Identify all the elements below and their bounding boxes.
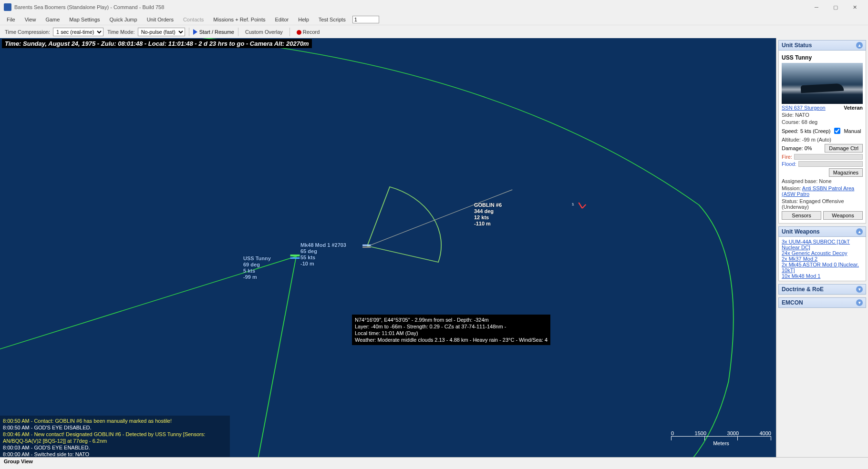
- torpedo-label[interactable]: Mk48 Mod 1 #270365 deg55 kts-10 m: [300, 242, 346, 267]
- menu-missions[interactable]: Missions + Ref. Points: [208, 17, 270, 22]
- sensors-button[interactable]: Sensors: [782, 211, 821, 220]
- menu-unitorders[interactable]: Unit Orders: [142, 17, 178, 22]
- weapon-link[interactable]: 10x Mk48 Mod 1: [782, 273, 863, 279]
- menubar: File View Game Map Settings Quick Jump U…: [0, 14, 868, 25]
- weapon-link[interactable]: 24x Generic Acoustic Decoy: [782, 250, 863, 256]
- testscripts-spinner[interactable]: 1: [352, 16, 379, 23]
- record-icon: [297, 30, 301, 35]
- svg-rect-3: [290, 255, 300, 256]
- menu-editor[interactable]: Editor: [270, 17, 293, 22]
- proficiency: Veteran: [844, 105, 863, 111]
- menu-testscripts[interactable]: Test Scripts: [314, 17, 351, 22]
- chevron-down-icon: ▾: [856, 286, 863, 293]
- chevron-up-icon: ▴: [856, 228, 863, 235]
- app-icon: [4, 3, 11, 11]
- status-bar: Group View: [0, 457, 868, 469]
- svg-rect-4: [290, 257, 300, 259]
- sidebar: Unit Status▴ USS Tunny SSN 637 Sturgeon …: [776, 38, 868, 459]
- emcon-header[interactable]: EMCON▾: [778, 297, 866, 308]
- weapon-link[interactable]: 2x Mk45 ASTOR Mod 0 [Nuclear, 10kT]: [782, 262, 863, 273]
- weapon-link[interactable]: 2x Mk37 Mod 2: [782, 256, 863, 262]
- doctrine-roe-header[interactable]: Doctrine & RoE▾: [778, 284, 866, 295]
- speed-value: 5 kts (Creep): [800, 128, 831, 134]
- message-log[interactable]: 8:00:50 AM - Contact: GOBLIN #6 has been…: [0, 416, 230, 459]
- menu-file[interactable]: File: [2, 17, 20, 22]
- damage-value: 0%: [805, 145, 812, 151]
- base-value: None: [819, 178, 831, 184]
- close-button[interactable]: ✕: [845, 0, 864, 14]
- svg-rect-5: [362, 245, 371, 246]
- unit-status-header[interactable]: Unit Status▴: [778, 40, 866, 51]
- own-unit-label[interactable]: USS Tunny69 deg5 kts-99 m: [243, 255, 271, 280]
- cursor-info: N74°16'09", E44°53'05" - 2.99nm from sel…: [352, 315, 550, 345]
- damage-ctrl-button[interactable]: Damage Ctrl: [825, 144, 863, 153]
- toolbar: Time Compression: 1 sec (real-time) Time…: [0, 25, 868, 39]
- manual-speed-checkbox[interactable]: [834, 128, 840, 134]
- menu-contacts[interactable]: Contacts: [178, 17, 208, 22]
- time-overlay: Time: Sunday, August 24, 1975 - Zulu: 08…: [2, 39, 312, 48]
- log-entry: 8:00:50 AM - GOD'S EYE DISABLED.: [3, 424, 227, 431]
- time-compression-select[interactable]: 1 sec (real-time): [53, 28, 103, 36]
- unit-name: USS Tunny: [782, 52, 863, 63]
- svg-line-8: [582, 204, 586, 208]
- time-mode-label: Time Mode:: [107, 29, 135, 35]
- time-mode-select[interactable]: No-pulse (fast): [138, 28, 185, 36]
- unit-image: [782, 63, 863, 104]
- menu-game[interactable]: Game: [41, 17, 64, 22]
- weapon-link[interactable]: 3x UUM-44A SUBROC [10kT Nuclear DC]: [782, 239, 863, 250]
- svg-text:1: 1: [572, 202, 575, 206]
- weapons-button[interactable]: Weapons: [823, 211, 863, 220]
- fire-bar: [794, 154, 863, 160]
- svg-line-7: [579, 203, 582, 208]
- magazines-button[interactable]: Magazines: [829, 168, 863, 177]
- contact-label[interactable]: GOBLIN #6344 deg12 kts-110 m: [474, 202, 502, 227]
- log-entry: 8:00:00 AM - Switched side to: NATO: [3, 451, 227, 458]
- chevron-down-icon: ▾: [856, 299, 863, 306]
- maximize-button[interactable]: ▢: [826, 0, 845, 14]
- map-view[interactable]: 1 Time: Sunday, August 24, 1975 - Zulu: …: [0, 38, 776, 459]
- side-value: NATO: [795, 112, 809, 118]
- time-compression-label: Time Compression:: [5, 29, 50, 35]
- custom-overlay-button[interactable]: Custom Overlay: [242, 28, 286, 36]
- record-button[interactable]: Record: [294, 28, 322, 36]
- window-titlebar: Barents Sea Boomers (Standalone Play) - …: [0, 0, 868, 14]
- chevron-up-icon: ▴: [856, 42, 863, 49]
- flood-bar: [798, 161, 863, 167]
- menu-mapsettings[interactable]: Map Settings: [64, 17, 104, 22]
- unit-class-link[interactable]: SSN 637 Sturgeon: [782, 105, 826, 111]
- minimize-button[interactable]: ─: [807, 0, 826, 14]
- menu-quickjump[interactable]: Quick Jump: [105, 17, 142, 22]
- svg-line-1: [255, 256, 296, 459]
- course-value: 68 deg: [802, 119, 818, 125]
- menu-help[interactable]: Help: [293, 17, 314, 22]
- start-resume-button[interactable]: Start / Resume: [193, 29, 234, 35]
- log-entry: 8:00:46 AM - New contact! Designated GOB…: [3, 431, 227, 444]
- unit-weapons-header[interactable]: Unit Weapons▴: [778, 226, 866, 237]
- scale-bar: 0150030004000 Meters: [671, 430, 771, 446]
- log-entry: 8:00:03 AM - GOD'S EYE ENABLED.: [3, 444, 227, 451]
- menu-view[interactable]: View: [20, 17, 41, 22]
- svg-rect-6: [362, 246, 371, 248]
- altitude-value: -99 m (Auto): [802, 137, 831, 143]
- unit-status-panel: USS Tunny SSN 637 Sturgeon Veteran Side:…: [778, 51, 866, 224]
- log-entry: 8:00:50 AM - Contact: GOBLIN #6 has been…: [3, 418, 227, 424]
- window-title: Barents Sea Boomers (Standalone Play) - …: [14, 4, 807, 10]
- play-icon: [193, 29, 197, 35]
- unit-weapons-panel: 3x UUM-44A SUBROC [10kT Nuclear DC] 24x …: [778, 237, 866, 281]
